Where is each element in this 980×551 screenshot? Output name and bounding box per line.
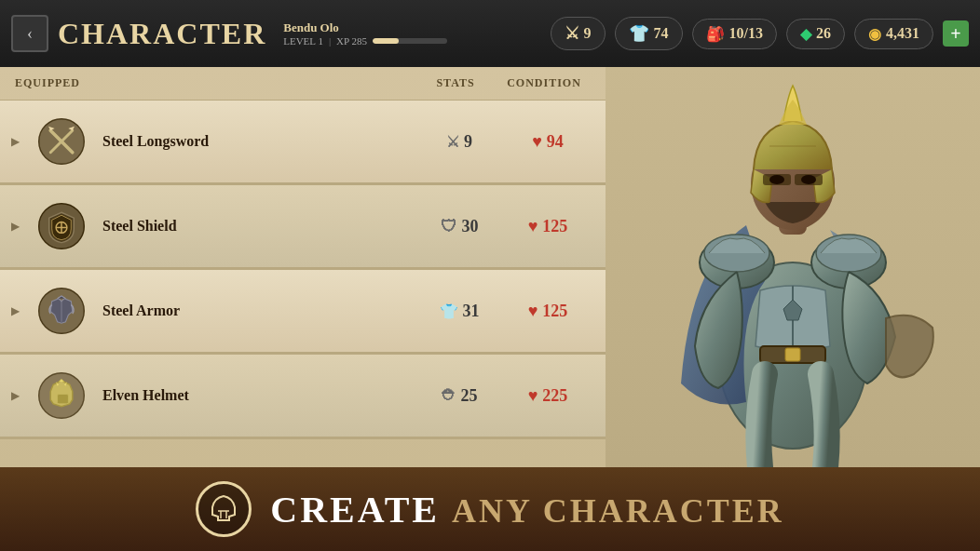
svg-point-23 — [769, 175, 784, 184]
banner-text: CREATE any character — [270, 488, 783, 531]
xp-bar — [373, 38, 447, 44]
table-row[interactable]: Elven Helmet ⛑ 25 ♥ 225 — [0, 355, 606, 439]
item-icon-longsword — [28, 108, 95, 175]
sword-icon: ⚔ — [565, 23, 579, 44]
item-condition-shield: ♥ 125 — [501, 217, 594, 236]
item-condition-longsword: ♥ 94 — [501, 132, 594, 152]
condition-value-shield: 125 — [542, 217, 567, 236]
top-bar: ‹ CHARACTER Bendu Olo LEVEL 1 | XP 285 ⚔… — [0, 0, 980, 67]
helm-stat-icon: ⛑ — [442, 387, 456, 404]
item-stat-helmet: ⛑ 25 — [417, 386, 501, 406]
back-button[interactable]: ‹ — [11, 15, 48, 52]
character-info: Bendu Olo LEVEL 1 | XP 285 — [283, 20, 447, 47]
item-icon-armor — [28, 277, 95, 344]
character-name: Bendu Olo — [283, 20, 447, 35]
item-name-shield: Steel Shield — [102, 218, 417, 235]
xp-bar-fill — [373, 38, 399, 44]
coin-icon: ◉ — [868, 25, 881, 43]
bottom-banner: CREATE any character — [0, 467, 980, 551]
item-stat-shield: 🛡 30 — [417, 217, 501, 236]
attack-value: 9 — [584, 25, 592, 42]
sword-stat-icon: ⚔ — [446, 133, 459, 151]
banner-highlight: CREATE — [270, 489, 440, 531]
condition-value-helmet: 225 — [542, 386, 567, 406]
gold-value: 4,431 — [886, 25, 919, 42]
item-icon-shield — [28, 193, 95, 260]
character-level: LEVEL 1 | XP 285 — [283, 35, 447, 47]
bag-icon: 🎒 — [706, 25, 725, 43]
inventory-value: 10/13 — [729, 25, 763, 42]
armor-stat-icon: 👕 — [440, 302, 458, 320]
back-icon: ‹ — [27, 24, 33, 44]
stat-value-shield: 30 — [462, 217, 479, 236]
armor-badge: 👕 74 — [615, 17, 683, 50]
level-label: LEVEL 1 — [283, 35, 323, 47]
armor-value: 74 — [654, 25, 669, 42]
item-name-armor: Steel Armor — [102, 302, 417, 319]
helmet-logo-icon — [207, 492, 240, 526]
condition-value-longsword: 94 — [547, 132, 564, 152]
gems-value: 26 — [816, 25, 831, 42]
condition-value-armor: 125 — [542, 302, 567, 321]
item-stat-armor: 👕 31 — [417, 302, 501, 321]
item-icon-helmet — [28, 362, 95, 429]
items-list: Steel Longsword ⚔ 9 ♥ 94 — [0, 101, 606, 439]
add-currency-button[interactable]: + — [943, 20, 969, 47]
xp-label: XP 285 — [336, 35, 367, 47]
page-title: CHARACTER — [58, 17, 266, 51]
heart-icon-shield: ♥ — [528, 217, 538, 236]
stat-value-armor: 31 — [463, 302, 480, 321]
heart-icon-longsword: ♥ — [532, 132, 542, 152]
banner-logo — [196, 481, 252, 537]
inventory-badge[interactable]: 🎒 10/13 — [692, 19, 777, 49]
armor-icon: 👕 — [629, 23, 649, 44]
stat-value-helmet: 25 — [461, 386, 478, 406]
table-row[interactable]: Steel Longsword ⚔ 9 ♥ 94 — [0, 101, 606, 185]
item-stat-longsword: ⚔ 9 — [417, 132, 501, 152]
condition-header: CONDITION — [497, 76, 591, 90]
table-row[interactable]: Steel Shield 🛡 30 ♥ 125 — [0, 185, 606, 270]
shield-stat-icon: 🛡 — [441, 217, 457, 236]
equipped-header: EQUIPPED — [15, 76, 414, 90]
gold-badge: ◉ 4,431 — [854, 19, 933, 49]
stat-value-longsword: 9 — [464, 132, 472, 152]
title-section: CHARACTER — [58, 17, 266, 51]
gem-badge: ◆ 26 — [786, 19, 845, 49]
item-name-helmet: Elven Helmet — [102, 387, 417, 404]
character-svg — [616, 67, 970, 486]
gem-icon: ◆ — [800, 25, 811, 43]
heart-icon-armor: ♥ — [528, 302, 538, 321]
item-condition-armor: ♥ 125 — [501, 302, 594, 321]
attack-badge: ⚔ 9 — [551, 17, 606, 50]
column-headers: EQUIPPED STATS CONDITION — [0, 67, 606, 101]
table-row[interactable]: Steel Armor 👕 31 ♥ 125 — [0, 270, 606, 355]
heart-icon-helmet: ♥ — [528, 386, 538, 406]
svg-rect-12 — [58, 395, 69, 404]
item-name-longsword: Steel Longsword — [102, 133, 417, 150]
svg-rect-27 — [785, 348, 800, 361]
banner-normal: any character — [452, 492, 784, 530]
stats-header: STATS — [414, 76, 497, 90]
plus-icon: + — [950, 23, 960, 45]
item-condition-helmet: ♥ 225 — [501, 386, 594, 406]
svg-point-24 — [801, 175, 816, 184]
